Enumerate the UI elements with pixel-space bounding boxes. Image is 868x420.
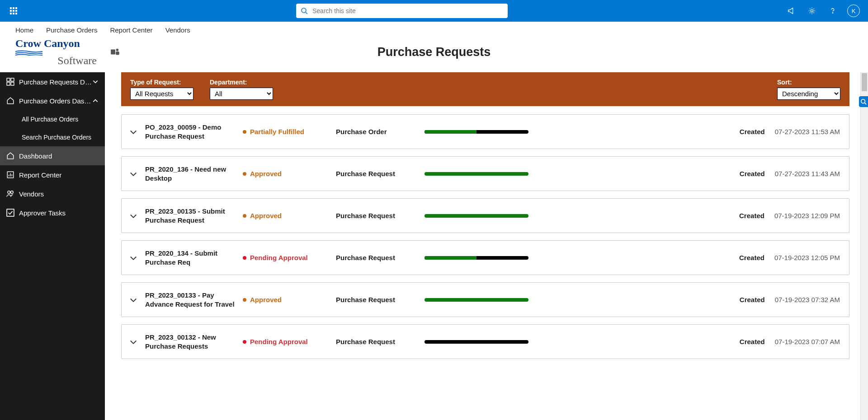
- request-type: Purchase Request: [336, 296, 417, 303]
- sidebar-item-label: Vendors: [19, 190, 99, 198]
- app-launcher-icon[interactable]: [5, 3, 22, 19]
- svg-line-1: [306, 12, 307, 14]
- site-search[interactable]: [296, 4, 508, 18]
- svg-point-18: [861, 99, 865, 103]
- filter-bar: Type of Request: All Requests Department…: [121, 72, 849, 106]
- request-status: Approved: [243, 212, 329, 219]
- scrollbar-thumb[interactable]: [862, 73, 867, 91]
- sidebar-item-report-center[interactable]: Report Center: [0, 165, 105, 184]
- request-status: Partially Fulfilled: [243, 128, 329, 135]
- svg-point-0: [302, 8, 306, 13]
- filter-type-select[interactable]: All Requests: [130, 88, 193, 100]
- chevron-down-icon[interactable]: [129, 211, 138, 220]
- request-date: 07-19-2023 07:32 AM: [775, 296, 840, 303]
- created-label: Created: [740, 296, 765, 303]
- site-logo[interactable]: Crow Canyon Software: [15, 38, 97, 66]
- request-progress: [425, 130, 528, 134]
- teams-icon[interactable]: [110, 47, 120, 57]
- filter-sort-select[interactable]: Descending: [777, 88, 840, 100]
- home-icon: [6, 97, 14, 105]
- dashboard-icon: [6, 78, 14, 86]
- report-icon: [6, 171, 14, 179]
- scrollbar[interactable]: [860, 72, 868, 420]
- status-dot-icon: [243, 298, 246, 302]
- filter-dept-select[interactable]: All: [210, 88, 273, 100]
- created-label: Created: [740, 128, 765, 135]
- svg-rect-6: [116, 51, 119, 55]
- search-input[interactable]: [312, 7, 503, 14]
- status-dot-icon: [243, 130, 246, 134]
- filter-sort-label: Sort:: [777, 79, 840, 86]
- request-date: 07-27-2023 11:43 AM: [775, 170, 840, 177]
- nav-purchase-orders[interactable]: Purchase Orders: [46, 26, 97, 34]
- nav-vendors[interactable]: Vendors: [165, 26, 190, 34]
- request-date: 07-19-2023 12:09 PM: [774, 212, 840, 219]
- sidebar-sub-all-po[interactable]: All Purchase Orders: [0, 110, 105, 128]
- request-row[interactable]: PR_2023_00133 - Pay Advance Request for …: [121, 282, 849, 317]
- chevron-down-icon[interactable]: [129, 253, 138, 262]
- search-icon: [301, 7, 308, 14]
- request-row[interactable]: PO_2023_00059 - Demo Purchase RequestPar…: [121, 114, 849, 149]
- page-title: Purchase Requests: [377, 45, 491, 59]
- request-row[interactable]: PR_2020_136 - Need new DesktopApprovedPu…: [121, 156, 849, 191]
- status-dot-icon: [243, 256, 246, 260]
- sidebar-item-po-dashboard[interactable]: Purchase Orders Dashboard: [0, 91, 105, 110]
- left-sidebar: Purchase Requests Dashboard Purchase Ord…: [0, 72, 105, 420]
- sidebar-item-label: Dashboard: [19, 152, 99, 160]
- created-label: Created: [739, 254, 764, 261]
- help-icon[interactable]: [824, 2, 842, 20]
- nav-report-center[interactable]: Report Center: [110, 26, 152, 34]
- chevron-down-icon[interactable]: [129, 295, 138, 304]
- filter-type-label: Type of Request:: [130, 79, 193, 86]
- svg-point-16: [11, 191, 14, 194]
- request-title: PR_2023_00133 - Pay Advance Request for …: [145, 291, 236, 308]
- sidebar-item-label: Purchase Orders Dashboard: [19, 97, 92, 105]
- request-type: Purchase Request: [336, 254, 417, 261]
- header: Crow Canyon Software Purchase Requests: [0, 38, 868, 72]
- request-title: PR_2023_00135 - Submit Purchase Request: [145, 207, 236, 224]
- request-type: Purchase Request: [336, 338, 417, 345]
- svg-point-3: [832, 13, 833, 13]
- sidebar-item-label: Approver Tasks: [19, 209, 99, 217]
- sidebar-item-vendors[interactable]: Vendors: [0, 184, 105, 203]
- svg-line-19: [865, 103, 867, 105]
- home-icon: [6, 152, 14, 160]
- status-dot-icon: [243, 172, 246, 176]
- request-date: 07-27-2023 11:53 AM: [775, 128, 840, 135]
- sidebar-item-label: Purchase Requests Dashboard: [19, 78, 92, 86]
- created-label: Created: [740, 338, 765, 345]
- request-status: Approved: [243, 170, 329, 177]
- request-type: Purchase Request: [336, 212, 417, 219]
- request-row[interactable]: PR_2020_134 - Submit Purchase ReqPending…: [121, 240, 849, 275]
- chevron-down-icon[interactable]: [129, 169, 138, 178]
- created-label: Created: [739, 212, 764, 219]
- created-label: Created: [740, 170, 765, 177]
- sidebar-item-approver-tasks[interactable]: Approver Tasks: [0, 203, 105, 222]
- request-title: PR_2020_134 - Submit Purchase Req: [145, 249, 236, 266]
- chevron-down-icon[interactable]: [129, 337, 138, 346]
- sidebar-item-dashboard[interactable]: Dashboard: [0, 146, 105, 165]
- request-type: Purchase Order: [336, 128, 417, 135]
- sidebar-item-pr-dashboard[interactable]: Purchase Requests Dashboard: [0, 72, 105, 91]
- request-title: PR_2020_136 - Need new Desktop: [145, 165, 236, 182]
- user-avatar[interactable]: K: [844, 2, 863, 20]
- svg-rect-4: [111, 50, 115, 55]
- sidebar-sub-search-po[interactable]: Search Purchase Orders: [0, 128, 105, 146]
- gear-icon[interactable]: [803, 2, 821, 20]
- request-progress: [425, 172, 528, 176]
- requests-list: PO_2023_00059 - Demo Purchase RequestPar…: [121, 114, 849, 359]
- megaphone-icon[interactable]: [782, 2, 800, 20]
- floating-search-tab[interactable]: [859, 96, 868, 107]
- chevron-down-icon[interactable]: [129, 127, 138, 136]
- svg-point-5: [116, 49, 119, 51]
- logo-line2: Software: [15, 55, 97, 66]
- request-row[interactable]: PR_2023_00135 - Submit Purchase RequestA…: [121, 198, 849, 233]
- request-date: 07-19-2023 07:07 AM: [775, 338, 840, 345]
- chevron-up-icon: [92, 98, 99, 104]
- nav-home[interactable]: Home: [15, 26, 33, 34]
- request-progress: [425, 298, 528, 302]
- svg-rect-10: [11, 82, 14, 85]
- request-progress: [425, 256, 528, 260]
- request-row[interactable]: PR_2023_00132 - New Purchase RequestsPen…: [121, 324, 849, 359]
- logo-line1: Crow Canyon: [15, 38, 97, 49]
